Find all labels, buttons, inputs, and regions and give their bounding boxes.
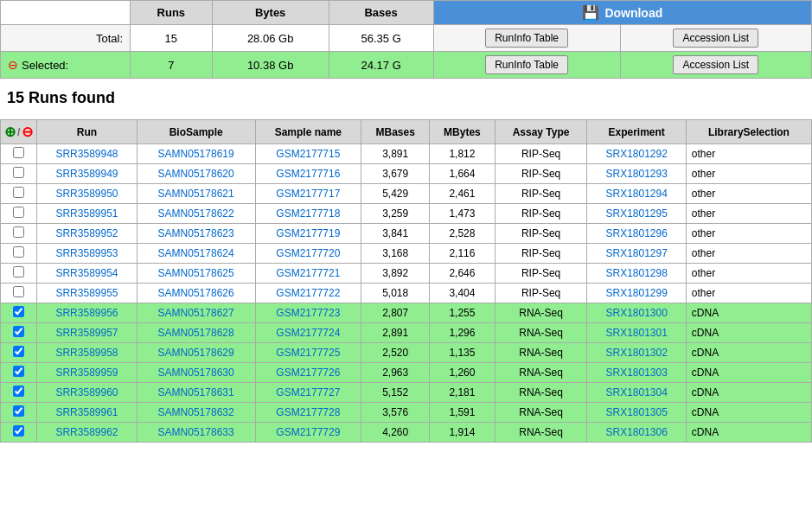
sample-link[interactable]: GSM2177722 xyxy=(276,287,340,299)
biosample-link[interactable]: SAMN05178625 xyxy=(158,267,234,279)
experiment-link[interactable]: SRX1801293 xyxy=(605,168,667,180)
total-runs: 15 xyxy=(165,32,177,45)
sample-link[interactable]: GSM2177725 xyxy=(276,347,340,359)
mbytes-cell: 1,260 xyxy=(430,363,495,383)
run-link[interactable]: SRR3589957 xyxy=(55,327,118,339)
assay-type-cell: RIP-Seq xyxy=(495,144,587,164)
biosample-link[interactable]: SAMN05178622 xyxy=(158,207,234,220)
run-link[interactable]: SRR3589950 xyxy=(55,188,118,200)
libselection-cell: cDNA xyxy=(686,323,811,343)
mbytes-header: MBytes xyxy=(430,120,495,144)
table-row: SRR3589951SAMN05178622GSM21777183,2591,4… xyxy=(1,204,812,224)
experiment-link[interactable]: SRX1801303 xyxy=(605,367,667,379)
row-checkbox[interactable] xyxy=(13,306,24,317)
run-link[interactable]: SRR3589956 xyxy=(55,307,118,319)
run-link[interactable]: SRR3589948 xyxy=(55,148,118,160)
row-checkbox[interactable] xyxy=(13,346,24,357)
select-all-plus-icon[interactable]: ⊕ xyxy=(4,124,16,140)
row-checkbox[interactable] xyxy=(13,226,24,238)
mbases-cell: 4,260 xyxy=(361,423,430,443)
row-checkbox[interactable] xyxy=(13,167,24,178)
row-checkbox[interactable] xyxy=(13,425,24,437)
run-link[interactable]: SRR3589958 xyxy=(55,347,118,359)
experiment-link[interactable]: SRX1801302 xyxy=(605,347,667,359)
biosample-link[interactable]: SAMN05178621 xyxy=(158,188,234,200)
run-link[interactable]: SRR3589955 xyxy=(55,287,118,299)
sample-link[interactable]: GSM2177716 xyxy=(276,168,340,180)
run-link[interactable]: SRR3589952 xyxy=(55,227,118,239)
row-checkbox[interactable] xyxy=(13,286,24,297)
row-checkbox[interactable] xyxy=(13,386,24,397)
sample-link[interactable]: GSM2177723 xyxy=(276,307,340,319)
sample-link[interactable]: GSM2177715 xyxy=(276,148,340,160)
run-link[interactable]: SRR3589954 xyxy=(55,267,118,279)
experiment-link[interactable]: SRX1801297 xyxy=(605,247,667,259)
run-link[interactable]: SRR3589961 xyxy=(55,406,118,418)
experiment-link[interactable]: SRX1801298 xyxy=(605,267,667,279)
sample-link[interactable]: GSM2177728 xyxy=(276,406,340,418)
experiment-link[interactable]: SRX1801294 xyxy=(605,188,667,200)
row-checkbox[interactable] xyxy=(13,326,24,337)
experiment-link[interactable]: SRX1801295 xyxy=(605,207,667,220)
selected-runinfo-table-button[interactable]: RunInfo Table xyxy=(485,55,568,74)
run-link[interactable]: SRR3589951 xyxy=(55,207,118,220)
mbytes-cell: 2,116 xyxy=(430,244,495,264)
run-link[interactable]: SRR3589949 xyxy=(55,168,118,180)
row-checkbox[interactable] xyxy=(13,147,24,158)
assay-type-cell: RIP-Seq xyxy=(495,164,587,184)
row-checkbox[interactable] xyxy=(13,266,24,277)
selected-runs: 7 xyxy=(168,59,174,72)
experiment-link[interactable]: SRX1801304 xyxy=(605,386,667,398)
experiment-link[interactable]: SRX1801292 xyxy=(605,148,667,160)
bases-column-header: Bases xyxy=(329,1,433,25)
sample-link[interactable]: GSM2177717 xyxy=(276,188,340,200)
sample-link[interactable]: GSM2177721 xyxy=(276,267,340,279)
row-checkbox[interactable] xyxy=(13,405,24,417)
biosample-link[interactable]: SAMN05178624 xyxy=(158,247,234,259)
sample-link[interactable]: GSM2177719 xyxy=(276,227,340,239)
row-checkbox[interactable] xyxy=(13,187,24,198)
biosample-link[interactable]: SAMN05178626 xyxy=(158,287,234,299)
experiment-link[interactable]: SRX1801305 xyxy=(605,406,667,418)
row-checkbox[interactable] xyxy=(13,366,24,377)
biosample-link[interactable]: SAMN05178630 xyxy=(158,367,234,379)
run-link[interactable]: SRR3589960 xyxy=(55,386,118,398)
biosample-link[interactable]: SAMN05178628 xyxy=(158,327,234,339)
run-link[interactable]: SRR3589953 xyxy=(55,247,118,259)
experiment-link[interactable]: SRX1801300 xyxy=(605,307,667,319)
assaytype-header: Assay Type xyxy=(495,120,587,144)
total-bytes: 28.06 Gb xyxy=(247,32,294,45)
sample-link[interactable]: GSM2177718 xyxy=(276,207,340,220)
biosample-link[interactable]: SAMN05178632 xyxy=(158,406,234,418)
biosample-link[interactable]: SAMN05178629 xyxy=(158,347,234,359)
row-checkbox[interactable] xyxy=(13,207,24,218)
run-link[interactable]: SRR3589959 xyxy=(55,367,118,379)
sample-link[interactable]: GSM2177724 xyxy=(276,327,340,339)
experiment-link[interactable]: SRX1801296 xyxy=(605,227,667,239)
biosample-link[interactable]: SAMN05178633 xyxy=(158,426,234,438)
run-link[interactable]: SRR3589962 xyxy=(55,426,118,438)
experiment-link[interactable]: SRX1801299 xyxy=(605,287,667,299)
libselection-cell: cDNA xyxy=(686,383,811,403)
total-runinfo-table-button[interactable]: RunInfo Table xyxy=(485,29,568,48)
sample-link[interactable]: GSM2177720 xyxy=(276,247,340,259)
mbytes-cell: 2,461 xyxy=(430,184,495,204)
experiment-link[interactable]: SRX1801301 xyxy=(605,327,667,339)
selected-accession-list-button[interactable]: Accession List xyxy=(673,55,758,74)
sample-link[interactable]: GSM2177729 xyxy=(276,426,340,438)
sample-link[interactable]: GSM2177727 xyxy=(276,386,340,398)
assay-type-cell: RIP-Seq xyxy=(495,224,587,244)
biosample-link[interactable]: SAMN05178631 xyxy=(158,386,234,398)
table-row: SRR3589960SAMN05178631GSM21777275,1522,1… xyxy=(1,383,812,403)
select-all-minus-icon[interactable]: ⊖ xyxy=(22,124,33,140)
sample-link[interactable]: GSM2177726 xyxy=(276,367,340,379)
mbytes-cell: 1,664 xyxy=(430,164,495,184)
row-checkbox[interactable] xyxy=(13,246,24,258)
biosample-link[interactable]: SAMN05178620 xyxy=(158,168,234,180)
biosample-link[interactable]: SAMN05178619 xyxy=(158,148,234,160)
total-accession-list-button[interactable]: Accession List xyxy=(673,29,758,48)
biosample-link[interactable]: SAMN05178623 xyxy=(158,227,234,239)
experiment-link[interactable]: SRX1801306 xyxy=(605,426,667,438)
selected-bytes: 10.38 Gb xyxy=(247,59,294,72)
biosample-link[interactable]: SAMN05178627 xyxy=(158,307,234,319)
